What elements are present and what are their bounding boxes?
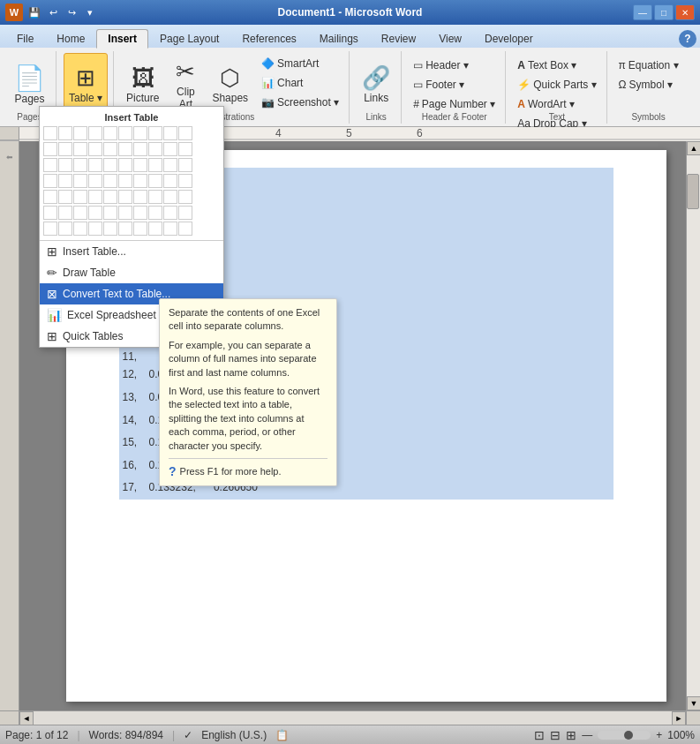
grid-cell[interactable]: [133, 206, 147, 220]
grid-cell[interactable]: [103, 126, 117, 140]
grid-cell[interactable]: [103, 174, 117, 188]
text-box-button[interactable]: A Text Box ▾: [513, 56, 600, 74]
grid-cell[interactable]: [178, 206, 192, 220]
zoom-in-button[interactable]: +: [656, 729, 662, 741]
scroll-left-button[interactable]: ◄: [19, 711, 34, 725]
customize-button[interactable]: ▾: [82, 4, 98, 20]
grid-cell[interactable]: [163, 142, 177, 156]
scroll-down-button[interactable]: ▼: [687, 696, 700, 710]
grid-cell[interactable]: [88, 190, 102, 204]
grid-cell[interactable]: [73, 126, 87, 140]
grid-cell[interactable]: [58, 158, 72, 172]
minimize-button[interactable]: —: [633, 4, 652, 20]
wordart-button[interactable]: A WordArt ▾: [513, 95, 600, 113]
grid-cell[interactable]: [163, 158, 177, 172]
language-status[interactable]: English (U.S.): [201, 729, 267, 741]
grid-cell[interactable]: [133, 190, 147, 204]
grid-cell[interactable]: [43, 126, 57, 140]
screenshot-button[interactable]: 📷 Screenshot ▾: [257, 94, 343, 111]
symbol-button[interactable]: Ω Symbol ▾: [614, 76, 683, 94]
grid-cell[interactable]: [43, 190, 57, 204]
page-number-button[interactable]: # Page Number ▾: [409, 95, 500, 113]
close-button[interactable]: ✕: [675, 4, 695, 20]
grid-cell[interactable]: [43, 174, 57, 188]
grid-cell[interactable]: [58, 206, 72, 220]
zoom-level[interactable]: 100%: [667, 729, 695, 741]
grid-cell[interactable]: [148, 158, 162, 172]
grid-cell[interactable]: [58, 126, 72, 140]
grid-cell[interactable]: [133, 142, 147, 156]
grid-cell[interactable]: [73, 206, 87, 220]
grid-cell[interactable]: [118, 190, 132, 204]
tab-insert[interactable]: Insert: [96, 29, 148, 49]
scroll-thumb[interactable]: [687, 174, 699, 209]
grid-cell[interactable]: [58, 142, 72, 156]
tab-developer[interactable]: Developer: [473, 29, 545, 48]
grid-cell[interactable]: [148, 206, 162, 220]
links-button[interactable]: 🔗 Links: [357, 53, 395, 115]
chart-button[interactable]: 📊 Chart: [257, 74, 343, 92]
grid-cell[interactable]: [133, 158, 147, 172]
grid-cell[interactable]: [88, 126, 102, 140]
spell-check-icon[interactable]: ✓: [184, 729, 192, 741]
grid-cell[interactable]: [118, 126, 132, 140]
grid-cell[interactable]: [73, 174, 87, 188]
grid-cell[interactable]: [88, 222, 102, 236]
grid-cell[interactable]: [148, 190, 162, 204]
grid-cell[interactable]: [163, 126, 177, 140]
grid-cell[interactable]: [118, 142, 132, 156]
grid-cell[interactable]: [178, 190, 192, 204]
grid-cell[interactable]: [178, 126, 192, 140]
grid-cell[interactable]: [178, 158, 192, 172]
view-web-button[interactable]: ⊞: [566, 728, 576, 742]
grid-cell[interactable]: [88, 142, 102, 156]
grid-cell[interactable]: [178, 142, 192, 156]
grid-cell[interactable]: [58, 222, 72, 236]
grid-cell[interactable]: [43, 222, 57, 236]
insert-table-item[interactable]: ⊞ Insert Table...: [40, 241, 223, 262]
grid-cell[interactable]: [103, 206, 117, 220]
draw-table-item[interactable]: ✏ Draw Table: [40, 262, 223, 283]
grid-cell[interactable]: [103, 158, 117, 172]
grid-cell[interactable]: [163, 174, 177, 188]
scroll-track[interactable]: [687, 155, 700, 696]
tab-review[interactable]: Review: [370, 29, 427, 48]
tab-references[interactable]: References: [230, 29, 307, 48]
zoom-slider[interactable]: [598, 731, 651, 740]
grid-cell[interactable]: [148, 174, 162, 188]
grid-cell[interactable]: [88, 206, 102, 220]
equation-button[interactable]: π Equation ▾: [614, 56, 683, 74]
horizontal-scrollbar[interactable]: [34, 711, 672, 725]
smartart-button[interactable]: 🔷 SmartArt: [257, 55, 343, 72]
view-layout-button[interactable]: ⊟: [550, 728, 561, 742]
maximize-button[interactable]: □: [654, 4, 674, 20]
grid-cell[interactable]: [163, 222, 177, 236]
header-button[interactable]: ▭ Header ▾: [409, 56, 500, 74]
tab-view[interactable]: View: [427, 29, 473, 48]
scroll-right-button[interactable]: ►: [672, 711, 686, 725]
grid-cell[interactable]: [58, 190, 72, 204]
grid-cell[interactable]: [178, 174, 192, 188]
grid-cell[interactable]: [133, 222, 147, 236]
grid-cell[interactable]: [103, 190, 117, 204]
zoom-out-button[interactable]: —: [582, 729, 592, 741]
grid-cell[interactable]: [148, 142, 162, 156]
grid-cell[interactable]: [88, 174, 102, 188]
redo-button[interactable]: ↪: [64, 4, 79, 20]
tab-mailings[interactable]: Mailings: [308, 29, 370, 48]
grid-cell[interactable]: [103, 222, 117, 236]
save-button[interactable]: 💾: [26, 4, 42, 20]
footer-button[interactable]: ▭ Footer ▾: [409, 76, 500, 94]
grid-cell[interactable]: [118, 174, 132, 188]
grid-cell[interactable]: [73, 190, 87, 204]
grid-cell[interactable]: [133, 126, 147, 140]
grid-cell[interactable]: [88, 158, 102, 172]
undo-button[interactable]: ↩: [45, 4, 61, 20]
grid-cell[interactable]: [118, 158, 132, 172]
grid-cell[interactable]: [103, 142, 117, 156]
grid-cell[interactable]: [43, 142, 57, 156]
tab-file[interactable]: File: [5, 29, 45, 48]
view-normal-button[interactable]: ⊡: [534, 728, 545, 742]
grid-cell[interactable]: [73, 222, 87, 236]
scroll-up-button[interactable]: ▲: [687, 141, 700, 155]
